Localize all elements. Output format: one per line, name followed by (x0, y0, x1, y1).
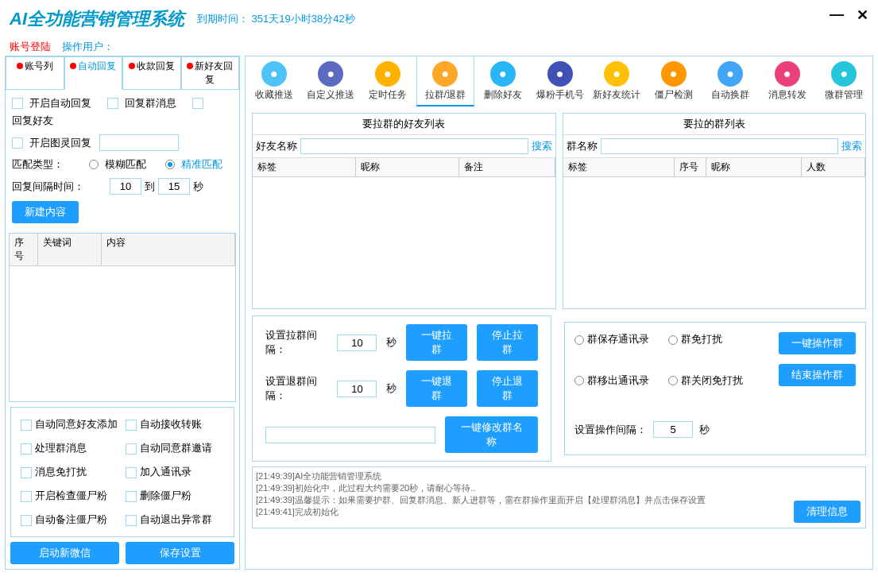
tab-payment[interactable]: 收款回复 (122, 56, 181, 90)
tuling-input[interactable] (99, 134, 179, 151)
stop-quit-button[interactable]: 停止退群 (477, 370, 538, 407)
toolbar-7[interactable]: ●僵尸检测 (645, 56, 702, 106)
toolbar-10[interactable]: ●微群管理 (815, 56, 872, 106)
friend-grid[interactable] (253, 177, 555, 308)
toolbar-1[interactable]: ●自定义推送 (303, 56, 360, 106)
bopt-7[interactable] (126, 491, 137, 502)
bopt-2[interactable] (21, 443, 32, 455)
log-area: [21:49:39]AI全功能营销管理系统[21:49:39]初始化中，此过程大… (252, 466, 866, 528)
interval-to[interactable] (158, 178, 190, 195)
save-settings-button[interactable]: 保存设置 (126, 542, 234, 564)
end-operate-button[interactable]: 结束操作群 (779, 364, 856, 386)
tab-account[interactable]: 账号列 (6, 56, 64, 90)
toolbar-2[interactable]: ●定时任务 (359, 56, 416, 106)
pull-group-button[interactable]: 一键拉群 (406, 324, 467, 361)
group-grid[interactable] (563, 177, 866, 308)
bopt-8[interactable] (21, 515, 32, 526)
app-title: AI全功能营销管理系统 (10, 7, 184, 31)
login-label[interactable]: 账号登陆 (10, 41, 51, 52)
tab-autoreply[interactable]: 自动回复 (64, 56, 123, 90)
clear-log-button[interactable]: 清理信息 (794, 501, 861, 523)
toolbar-6[interactable]: ●新好友统计 (588, 56, 645, 106)
friend-search-input[interactable] (300, 138, 528, 154)
toolbar-3[interactable]: ●拉群/退群 (416, 56, 475, 106)
toolbar-8[interactable]: ●自动换群 (702, 56, 759, 106)
toolbar-9[interactable]: ●消息转发 (759, 56, 816, 106)
friend-list-title: 要拉群的好友列表 (253, 114, 555, 135)
cb-groupmsg[interactable] (107, 98, 118, 109)
toolbar-4[interactable]: ●删除好友 (474, 56, 532, 106)
reply-table[interactable] (10, 266, 235, 401)
group-list-title: 要拉的群列表 (563, 114, 866, 135)
rb-mute[interactable] (668, 335, 678, 345)
cb-replyfriend[interactable] (192, 98, 203, 109)
bopt-5[interactable] (126, 467, 137, 478)
start-wechat-button[interactable]: 启动新微信 (10, 542, 119, 564)
tab-newfriend[interactable]: 新好友回复 (181, 56, 240, 90)
operate-group-button[interactable]: 一键操作群 (779, 332, 856, 354)
bopt-6[interactable] (21, 491, 32, 502)
group-search-button[interactable]: 搜索 (841, 139, 862, 153)
rb-remove-contacts[interactable] (574, 376, 584, 385)
pull-interval-input[interactable] (337, 335, 377, 351)
minimize-button[interactable]: — (830, 6, 844, 24)
toolbar-5[interactable]: ●爆粉手机号 (532, 56, 589, 106)
quit-interval-input[interactable] (337, 381, 377, 397)
rb-save-contacts[interactable] (574, 335, 584, 345)
bopt-0[interactable] (21, 420, 32, 431)
user-label: 操作用户： (62, 41, 114, 52)
rename-group-button[interactable]: 一键修改群名称 (445, 416, 538, 453)
cb-tuling[interactable] (12, 137, 23, 149)
cb-autoreply[interactable] (12, 98, 23, 109)
rb-exact[interactable] (165, 160, 175, 169)
rb-unmute[interactable] (668, 376, 678, 385)
op-interval-input[interactable] (653, 421, 693, 438)
close-button[interactable]: ✕ (857, 6, 868, 24)
new-content-button[interactable]: 新建内容 (12, 201, 79, 223)
bopt-4[interactable] (21, 467, 32, 478)
friend-search-button[interactable]: 搜索 (532, 139, 552, 153)
expiry-time: 到期时间： 351天19小时38分42秒 (197, 12, 355, 26)
rb-fuzzy[interactable] (89, 160, 99, 169)
toolbar-0[interactable]: ●收藏推送 (246, 56, 303, 106)
stop-pull-button[interactable]: 停止拉群 (477, 324, 538, 361)
group-search-input[interactable] (601, 138, 839, 154)
interval-from[interactable] (110, 178, 141, 195)
bopt-1[interactable] (126, 420, 137, 431)
bopt-3[interactable] (126, 443, 137, 455)
bopt-9[interactable] (126, 515, 137, 526)
rename-input[interactable] (265, 427, 435, 443)
quit-group-button[interactable]: 一键退群 (406, 370, 467, 407)
